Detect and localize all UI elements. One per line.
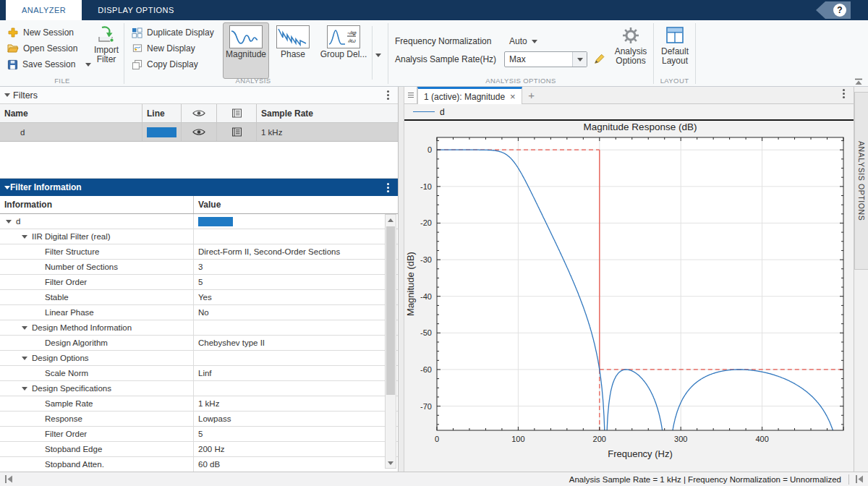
info-row[interactable]: StableYes xyxy=(0,290,398,305)
expand-arrow-icon[interactable] xyxy=(22,357,27,360)
filter-info-scrollbar[interactable] xyxy=(385,214,396,469)
group-delay-analysis-button[interactable]: -∂φ ∂ω Group Del... xyxy=(317,22,370,79)
info-label: Number of Sections xyxy=(45,263,118,271)
expand-arrow-icon[interactable] xyxy=(22,235,27,239)
tab-analyzer[interactable]: ANALYZER xyxy=(6,0,82,20)
info-row[interactable]: Scale NormLinf xyxy=(0,366,398,381)
collapse-ribbon-button[interactable] xyxy=(854,77,863,85)
filter-information-header[interactable]: Filter Information xyxy=(0,179,398,196)
filter-line-swatch[interactable] xyxy=(147,127,176,137)
info-value xyxy=(194,229,398,244)
analysis-options-button[interactable]: AnalysisOptions xyxy=(610,22,652,79)
info-row[interactable]: Stopband Atten.60 dB xyxy=(0,457,398,472)
panel-splitter[interactable] xyxy=(399,87,404,472)
scroll-up-button[interactable] xyxy=(386,215,396,225)
svg-text:0: 0 xyxy=(427,145,432,154)
frequency-normalization-dropdown[interactable]: Auto xyxy=(506,33,540,49)
filters-panel-header[interactable]: Filters xyxy=(0,87,398,104)
svg-text:-50: -50 xyxy=(420,328,432,337)
info-row[interactable]: d xyxy=(0,214,398,229)
filter-information-title: Filter Information xyxy=(10,182,82,192)
info-row[interactable]: Design Options xyxy=(0,351,398,366)
info-row[interactable]: Linear PhaseNo xyxy=(0,305,398,320)
info-row[interactable]: Design AlgorithmChebyshev type II xyxy=(0,336,398,351)
filter-visibility-toggle[interactable] xyxy=(182,123,217,141)
collapse-filter-information-icon[interactable] xyxy=(4,186,10,189)
display-menu-button[interactable] xyxy=(836,87,851,100)
analysis-sample-rate-combobox[interactable]: Max xyxy=(504,51,587,67)
filter-row-d[interactable]: d 1 kHz xyxy=(0,123,398,142)
info-row[interactable]: Stopband Edge200 Hz xyxy=(0,442,398,457)
filters-table-header: Name Line Sample Rate xyxy=(0,104,398,123)
scrollbar-thumb[interactable] xyxy=(386,226,395,395)
new-display-button[interactable]: New Display xyxy=(129,40,198,56)
info-row[interactable]: Filter Order5 xyxy=(0,427,398,442)
import-filter-button[interactable]: ImportFilter xyxy=(88,22,124,79)
copy-display-button[interactable]: Copy Display xyxy=(129,56,201,72)
filters-menu-button[interactable] xyxy=(382,89,393,102)
info-value: Direct-Form II, Second-Order Sections xyxy=(194,244,398,259)
info-row[interactable]: Design Specifications xyxy=(0,381,398,396)
edit-sample-rate-button[interactable] xyxy=(593,53,605,67)
filter-name: d xyxy=(0,123,142,141)
expand-arrow-icon[interactable] xyxy=(6,220,12,223)
collapse-left-icon xyxy=(855,475,864,483)
collapse-up-icon xyxy=(854,78,863,85)
info-row[interactable]: ResponseLowpass xyxy=(0,412,398,427)
collapse-right-panel-button[interactable] xyxy=(855,475,864,483)
magnitude-response-icon xyxy=(229,25,263,48)
column-annotation xyxy=(217,104,257,122)
right-side-strip: ANALYSIS OPTIONS xyxy=(854,87,868,472)
info-label: Stopband Atten. xyxy=(45,460,104,469)
app-tab-strip: ANALYZER DISPLAY OPTIONS ? xyxy=(0,0,868,20)
default-layout-button[interactable]: DefaultLayout xyxy=(657,22,693,79)
close-tab-icon[interactable]: × xyxy=(510,91,516,102)
filter-line-cell[interactable] xyxy=(142,123,182,141)
expand-arrow-icon[interactable] xyxy=(22,326,27,330)
info-value xyxy=(194,381,398,396)
save-session-label: Save Session xyxy=(22,59,75,69)
filter-information-menu-button[interactable] xyxy=(382,181,393,194)
scroll-down-button[interactable] xyxy=(386,458,396,468)
collapse-left-panel-button[interactable] xyxy=(4,475,14,483)
help-button[interactable]: ? xyxy=(833,4,846,17)
svg-text:-30: -30 xyxy=(420,255,432,264)
duplicate-display-button[interactable]: Duplicate Display xyxy=(129,25,217,40)
analysis-options-side-tab-label: ANALYSIS OPTIONS xyxy=(857,141,866,221)
info-row[interactable]: Filter Order5 xyxy=(0,275,398,290)
tab-display-options[interactable]: DISPLAY OPTIONS xyxy=(82,0,190,20)
legend-line-sample xyxy=(413,111,435,112)
info-row[interactable]: Number of Sections3 xyxy=(0,260,398,275)
duplicate-display-label: Duplicate Display xyxy=(147,27,214,38)
info-label: Filter Order xyxy=(45,278,87,286)
analysis-gallery-dropdown[interactable] xyxy=(375,49,381,59)
analysis-options-side-tab[interactable]: ANALYSIS OPTIONS xyxy=(854,92,868,270)
save-session-button[interactable]: Save Session xyxy=(4,56,94,72)
info-row[interactable]: IIR Digital Filter (real) xyxy=(0,229,398,244)
display-tab-magnitude[interactable]: 1 (active): Magnitude × xyxy=(417,87,522,104)
info-row[interactable]: Sample Rate1 kHz xyxy=(0,396,398,412)
open-session-button[interactable]: Open Session xyxy=(4,40,80,56)
magnitude-response-plot[interactable]: 01002003004000-10-20-30-40-50-60-70Magni… xyxy=(404,121,854,469)
phase-analysis-button[interactable]: Phase xyxy=(272,22,314,79)
magnitude-analysis-button[interactable]: Magnitude xyxy=(223,22,269,79)
info-row[interactable]: Design Method Information xyxy=(0,320,398,336)
save-icon xyxy=(7,59,18,70)
collapse-filters-icon[interactable] xyxy=(4,93,10,97)
info-row[interactable]: Filter StructureDirect-Form II, Second-O… xyxy=(0,244,398,260)
expand-arrow-icon[interactable] xyxy=(22,387,27,391)
filter-annotation-button[interactable] xyxy=(217,123,257,141)
combobox-dropdown-button[interactable] xyxy=(572,52,587,67)
new-session-button[interactable]: New Session xyxy=(4,25,77,40)
new-display-tab-button[interactable]: + xyxy=(522,87,541,103)
info-value: Chebyshev type II xyxy=(194,336,398,350)
tab-grip-button[interactable] xyxy=(404,87,417,103)
divider xyxy=(848,474,849,485)
frequency-normalization-label: Frequency Normalization xyxy=(395,36,491,46)
info-label: Design Algorithm xyxy=(45,338,108,347)
default-layout-label: DefaultLayout xyxy=(661,47,689,66)
svg-text:Magnitude (dB): Magnitude (dB) xyxy=(405,252,416,316)
status-analysis-info: Analysis Sample Rate = 1 kHz | Frequency… xyxy=(569,475,841,484)
info-label: Sample Rate xyxy=(45,399,93,408)
phase-label: Phase xyxy=(281,50,305,59)
